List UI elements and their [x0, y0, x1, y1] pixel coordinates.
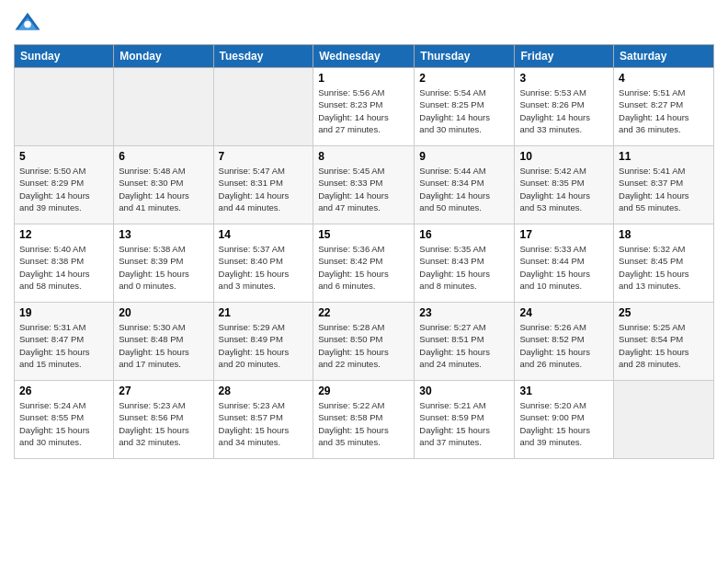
- day-number: 26: [19, 385, 108, 397]
- calendar-cell: 28Sunrise: 5:23 AM Sunset: 8:57 PM Dayli…: [213, 381, 313, 459]
- day-info: Sunrise: 5:48 AM Sunset: 8:30 PM Dayligh…: [119, 165, 208, 213]
- day-number: 13: [119, 228, 208, 241]
- calendar-cell: 10Sunrise: 5:42 AM Sunset: 8:35 PM Dayli…: [515, 146, 614, 224]
- day-info: Sunrise: 5:23 AM Sunset: 8:56 PM Dayligh…: [119, 399, 208, 448]
- day-number: 15: [318, 228, 409, 241]
- calendar-cell: 4Sunrise: 5:51 AM Sunset: 8:27 PM Daylig…: [614, 68, 714, 146]
- day-number: 4: [619, 72, 709, 85]
- day-number: 2: [419, 72, 509, 85]
- page-container: SundayMondayTuesdayWednesdayThursdayFrid…: [0, 0, 728, 563]
- day-info: Sunrise: 5:41 AM Sunset: 8:37 PM Dayligh…: [619, 165, 709, 213]
- calendar-cell: 30Sunrise: 5:21 AM Sunset: 8:59 PM Dayli…: [415, 381, 515, 459]
- day-info: Sunrise: 5:32 AM Sunset: 8:45 PM Dayligh…: [619, 243, 709, 292]
- day-info: Sunrise: 5:38 AM Sunset: 8:39 PM Dayligh…: [119, 243, 208, 292]
- calendar-cell: [213, 68, 313, 146]
- calendar-cell: 11Sunrise: 5:41 AM Sunset: 8:37 PM Dayli…: [614, 146, 714, 224]
- day-number: 8: [318, 150, 409, 163]
- day-info: Sunrise: 5:28 AM Sunset: 8:50 PM Dayligh…: [318, 321, 409, 370]
- col-header-thursday: Thursday: [415, 45, 515, 68]
- day-number: 6: [119, 150, 208, 163]
- day-number: 22: [318, 306, 409, 319]
- calendar-cell: 12Sunrise: 5:40 AM Sunset: 8:38 PM Dayli…: [15, 224, 114, 303]
- calendar-week-2: 12Sunrise: 5:40 AM Sunset: 8:38 PM Dayli…: [15, 224, 714, 303]
- day-info: Sunrise: 5:42 AM Sunset: 8:35 PM Dayligh…: [519, 165, 609, 213]
- day-number: 29: [318, 385, 409, 397]
- calendar-cell: 15Sunrise: 5:36 AM Sunset: 8:42 PM Dayli…: [313, 224, 415, 303]
- day-info: Sunrise: 5:26 AM Sunset: 8:52 PM Dayligh…: [519, 321, 609, 370]
- calendar-cell: 29Sunrise: 5:22 AM Sunset: 8:58 PM Dayli…: [313, 381, 415, 459]
- day-number: 11: [619, 150, 709, 163]
- calendar-cell: 14Sunrise: 5:37 AM Sunset: 8:40 PM Dayli…: [213, 224, 313, 303]
- calendar-cell: 3Sunrise: 5:53 AM Sunset: 8:26 PM Daylig…: [515, 68, 614, 146]
- day-number: 7: [219, 150, 309, 163]
- day-number: 19: [19, 306, 108, 319]
- day-number: 30: [419, 385, 509, 397]
- day-info: Sunrise: 5:36 AM Sunset: 8:42 PM Dayligh…: [318, 243, 409, 292]
- day-number: 20: [119, 306, 208, 319]
- day-number: 21: [219, 306, 309, 319]
- day-number: 14: [219, 228, 309, 241]
- day-info: Sunrise: 5:40 AM Sunset: 8:38 PM Dayligh…: [19, 243, 108, 292]
- day-info: Sunrise: 5:31 AM Sunset: 8:47 PM Dayligh…: [19, 321, 108, 370]
- day-number: 17: [519, 228, 609, 241]
- calendar-cell: 26Sunrise: 5:24 AM Sunset: 8:55 PM Dayli…: [15, 381, 114, 459]
- calendar-cell: 6Sunrise: 5:48 AM Sunset: 8:30 PM Daylig…: [114, 146, 213, 224]
- calendar-cell: 1Sunrise: 5:56 AM Sunset: 8:23 PM Daylig…: [313, 68, 415, 146]
- calendar-table: SundayMondayTuesdayWednesdayThursdayFrid…: [14, 44, 714, 459]
- calendar-header-row: SundayMondayTuesdayWednesdayThursdayFrid…: [15, 45, 714, 68]
- calendar-cell: 22Sunrise: 5:28 AM Sunset: 8:50 PM Dayli…: [313, 303, 415, 381]
- calendar-cell: 17Sunrise: 5:33 AM Sunset: 8:44 PM Dayli…: [515, 224, 614, 303]
- calendar-cell: 13Sunrise: 5:38 AM Sunset: 8:39 PM Dayli…: [114, 224, 213, 303]
- calendar-cell: 18Sunrise: 5:32 AM Sunset: 8:45 PM Dayli…: [614, 224, 714, 303]
- day-number: 18: [619, 228, 709, 241]
- calendar-cell: 16Sunrise: 5:35 AM Sunset: 8:43 PM Dayli…: [415, 224, 515, 303]
- calendar-cell: 21Sunrise: 5:29 AM Sunset: 8:49 PM Dayli…: [213, 303, 313, 381]
- calendar-cell: 31Sunrise: 5:20 AM Sunset: 9:00 PM Dayli…: [515, 381, 614, 459]
- header: [14, 9, 714, 37]
- col-header-friday: Friday: [515, 45, 614, 68]
- col-header-wednesday: Wednesday: [313, 45, 415, 68]
- day-info: Sunrise: 5:37 AM Sunset: 8:40 PM Dayligh…: [219, 243, 309, 292]
- day-number: 1: [318, 72, 409, 85]
- day-number: 27: [119, 385, 208, 397]
- day-number: 16: [419, 228, 509, 241]
- calendar-cell: 5Sunrise: 5:50 AM Sunset: 8:29 PM Daylig…: [15, 146, 114, 224]
- day-info: Sunrise: 5:50 AM Sunset: 8:29 PM Dayligh…: [19, 165, 108, 213]
- day-info: Sunrise: 5:51 AM Sunset: 8:27 PM Dayligh…: [619, 86, 709, 135]
- svg-point-2: [24, 21, 31, 29]
- day-info: Sunrise: 5:44 AM Sunset: 8:34 PM Dayligh…: [419, 165, 509, 213]
- day-number: 25: [619, 306, 709, 319]
- col-header-monday: Monday: [114, 45, 213, 68]
- col-header-sunday: Sunday: [15, 45, 114, 68]
- calendar-cell: 24Sunrise: 5:26 AM Sunset: 8:52 PM Dayli…: [515, 303, 614, 381]
- day-info: Sunrise: 5:56 AM Sunset: 8:23 PM Dayligh…: [318, 86, 409, 135]
- calendar-week-0: 1Sunrise: 5:56 AM Sunset: 8:23 PM Daylig…: [15, 68, 714, 146]
- day-number: 28: [219, 385, 309, 397]
- logo: [14, 9, 45, 37]
- calendar-week-4: 26Sunrise: 5:24 AM Sunset: 8:55 PM Dayli…: [15, 381, 714, 459]
- day-info: Sunrise: 5:23 AM Sunset: 8:57 PM Dayligh…: [219, 399, 309, 448]
- col-header-tuesday: Tuesday: [213, 45, 313, 68]
- calendar-cell: 2Sunrise: 5:54 AM Sunset: 8:25 PM Daylig…: [415, 68, 515, 146]
- day-info: Sunrise: 5:27 AM Sunset: 8:51 PM Dayligh…: [419, 321, 509, 370]
- day-info: Sunrise: 5:47 AM Sunset: 8:31 PM Dayligh…: [219, 165, 309, 213]
- calendar-cell: 9Sunrise: 5:44 AM Sunset: 8:34 PM Daylig…: [415, 146, 515, 224]
- calendar-cell: [114, 68, 213, 146]
- calendar-cell: 23Sunrise: 5:27 AM Sunset: 8:51 PM Dayli…: [415, 303, 515, 381]
- day-number: 31: [519, 385, 609, 397]
- calendar-cell: [614, 381, 714, 459]
- day-number: 5: [19, 150, 108, 163]
- calendar-cell: [15, 68, 114, 146]
- day-info: Sunrise: 5:21 AM Sunset: 8:59 PM Dayligh…: [419, 399, 509, 448]
- calendar-cell: 19Sunrise: 5:31 AM Sunset: 8:47 PM Dayli…: [15, 303, 114, 381]
- calendar-cell: 8Sunrise: 5:45 AM Sunset: 8:33 PM Daylig…: [313, 146, 415, 224]
- calendar-cell: 27Sunrise: 5:23 AM Sunset: 8:56 PM Dayli…: [114, 381, 213, 459]
- day-info: Sunrise: 5:22 AM Sunset: 8:58 PM Dayligh…: [318, 399, 409, 448]
- day-info: Sunrise: 5:33 AM Sunset: 8:44 PM Dayligh…: [519, 243, 609, 292]
- day-info: Sunrise: 5:53 AM Sunset: 8:26 PM Dayligh…: [519, 86, 609, 135]
- logo-icon: [14, 9, 41, 37]
- day-info: Sunrise: 5:30 AM Sunset: 8:48 PM Dayligh…: [119, 321, 208, 370]
- calendar-week-3: 19Sunrise: 5:31 AM Sunset: 8:47 PM Dayli…: [15, 303, 714, 381]
- day-number: 24: [519, 306, 609, 319]
- calendar-cell: 25Sunrise: 5:25 AM Sunset: 8:54 PM Dayli…: [614, 303, 714, 381]
